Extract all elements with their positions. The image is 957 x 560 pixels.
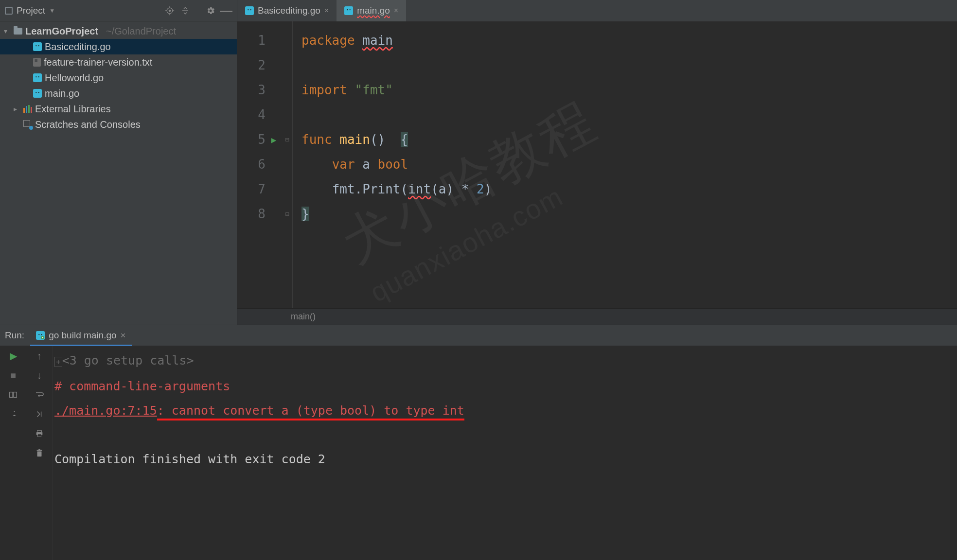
editor-area: Basicediting.go × main.go × 1 2 3 4 5 6 xyxy=(237,0,957,325)
chevron-right-icon[interactable]: ▸ xyxy=(14,105,20,113)
project-title[interactable]: Project xyxy=(17,5,45,16)
console-error-header: # command-line-arguments xyxy=(54,374,957,399)
svg-point-15 xyxy=(38,92,39,93)
scroll-end-icon[interactable] xyxy=(34,409,45,420)
go-run-icon xyxy=(36,331,45,340)
go-file-icon xyxy=(344,6,353,15)
keyword: import xyxy=(301,83,347,97)
down-icon[interactable]: ↓ xyxy=(34,370,45,381)
run-tools-right: ↑ ↓ xyxy=(26,346,53,560)
svg-point-17 xyxy=(248,9,248,10)
brace: { xyxy=(401,132,408,147)
run-tab-label: go build main.go xyxy=(49,330,116,341)
collapse-all-icon[interactable] xyxy=(179,5,191,17)
string-literal: "fmt" xyxy=(355,83,393,97)
svg-rect-27 xyxy=(10,392,13,398)
settings-icon[interactable] xyxy=(205,5,216,17)
folder-icon xyxy=(14,28,22,35)
fold-gutter: ⊟ ⊟ xyxy=(282,21,293,308)
code-editor[interactable]: 1 2 3 4 5 6 7 8 ▶ ⊟ xyxy=(237,21,957,308)
brace: } xyxy=(301,207,309,221)
pin-icon[interactable] xyxy=(8,409,18,420)
soft-wrap-icon[interactable] xyxy=(34,389,45,400)
close-icon[interactable]: × xyxy=(324,6,329,15)
svg-rect-7 xyxy=(33,42,42,51)
project-tree: ▾ LearnGoProject ~/GolandProject Basiced… xyxy=(0,21,237,132)
tree-file-label: Basicediting.go xyxy=(45,41,111,52)
hide-icon[interactable]: — xyxy=(220,5,232,17)
tree-file-label: Helloworld.go xyxy=(45,72,104,84)
tree-file[interactable]: main.go xyxy=(0,86,237,101)
editor-tabs: Basicediting.go × main.go × xyxy=(237,0,957,21)
svg-point-24 xyxy=(41,334,42,335)
locate-icon[interactable] xyxy=(164,5,176,17)
tree-file[interactable]: feature-trainer-version.txt xyxy=(0,54,237,70)
editor-tab-label: main.go xyxy=(357,5,390,16)
trash-icon[interactable] xyxy=(34,448,45,458)
go-file-icon xyxy=(33,89,42,98)
tree-file[interactable]: Basicediting.go xyxy=(0,39,237,54)
fold-start-icon[interactable]: ⊟ xyxy=(282,127,292,152)
tree-root-hint: ~/GolandProject xyxy=(106,26,176,37)
keyword: func xyxy=(301,132,332,147)
tree-file-label: feature-trainer-version.txt xyxy=(44,57,152,68)
keyword: var xyxy=(332,157,355,172)
project-icon xyxy=(5,7,13,15)
fold-end-icon[interactable]: ⊟ xyxy=(282,202,292,227)
run-gutter: ▶ xyxy=(266,21,282,308)
stop-icon[interactable]: ■ xyxy=(8,370,18,381)
svg-point-23 xyxy=(38,334,39,335)
tree-file-label: main.go xyxy=(45,88,79,99)
tree-file[interactable]: Helloworld.go xyxy=(0,70,237,86)
run-header: Run: go build main.go × xyxy=(0,325,957,346)
svg-rect-34 xyxy=(36,450,42,451)
svg-point-12 xyxy=(38,76,39,77)
func-name: main xyxy=(339,132,370,147)
close-icon[interactable]: × xyxy=(394,6,398,15)
svg-rect-30 xyxy=(37,431,41,433)
code-content[interactable]: package main import "fmt" func main() { … xyxy=(293,21,492,308)
layout-icon[interactable] xyxy=(8,389,18,400)
console-footer: Compilation finished with exit code 2 xyxy=(54,447,957,472)
txt-file-icon xyxy=(33,58,41,67)
print-icon[interactable] xyxy=(34,428,45,439)
svg-rect-16 xyxy=(245,6,254,15)
library-icon xyxy=(23,105,32,113)
console-error-link[interactable]: ./main.go:7:15 xyxy=(54,403,157,418)
tree-root-label: LearnGoProject xyxy=(25,26,98,37)
console-output[interactable]: +<3 go setup calls># command-line-argume… xyxy=(53,346,957,560)
go-file-icon xyxy=(33,42,42,51)
svg-rect-32 xyxy=(37,434,41,437)
svg-point-11 xyxy=(35,76,36,77)
run-tools-left: ▶ ■ xyxy=(0,346,26,560)
run-line-icon[interactable]: ▶ xyxy=(266,127,282,152)
svg-rect-33 xyxy=(37,451,41,456)
close-icon[interactable]: × xyxy=(121,330,126,341)
svg-rect-10 xyxy=(33,73,42,82)
type: bool xyxy=(378,157,408,172)
up-icon[interactable]: ↑ xyxy=(34,350,45,361)
tree-scratches[interactable]: Scratches and Consoles xyxy=(0,117,237,132)
keyword: package xyxy=(301,33,355,48)
go-file-icon xyxy=(33,73,42,82)
editor-tab[interactable]: main.go × xyxy=(337,0,406,21)
breadcrumb[interactable]: main() xyxy=(237,308,957,325)
console-setup: <3 go setup calls> xyxy=(62,353,194,368)
editor-tab[interactable]: Basicediting.go × xyxy=(237,0,337,21)
tree-external-libs[interactable]: ▸ External Libraries xyxy=(0,101,237,117)
svg-point-1 xyxy=(169,10,170,11)
svg-rect-35 xyxy=(38,449,40,450)
run-toolwindow: Run: go build main.go × ▶ ■ ↑ ↓ xyxy=(0,325,957,560)
go-file-icon xyxy=(245,6,254,15)
svg-rect-13 xyxy=(33,89,42,98)
svg-point-18 xyxy=(250,9,251,10)
chevron-down-icon[interactable]: ▾ xyxy=(4,27,11,35)
console-error-msg: : cannot convert a (type bool) to type i… xyxy=(157,403,464,420)
dropdown-arrow-icon[interactable]: ▼ xyxy=(49,7,55,14)
rerun-icon[interactable]: ▶ xyxy=(8,350,18,361)
tree-root[interactable]: ▾ LearnGoProject ~/GolandProject xyxy=(0,23,237,39)
run-config-tab[interactable]: go build main.go × xyxy=(30,325,132,346)
svg-point-20 xyxy=(347,9,348,10)
line-gutter: 1 2 3 4 5 6 7 8 xyxy=(237,21,266,308)
tree-scratches-label: Scratches and Consoles xyxy=(35,119,141,130)
